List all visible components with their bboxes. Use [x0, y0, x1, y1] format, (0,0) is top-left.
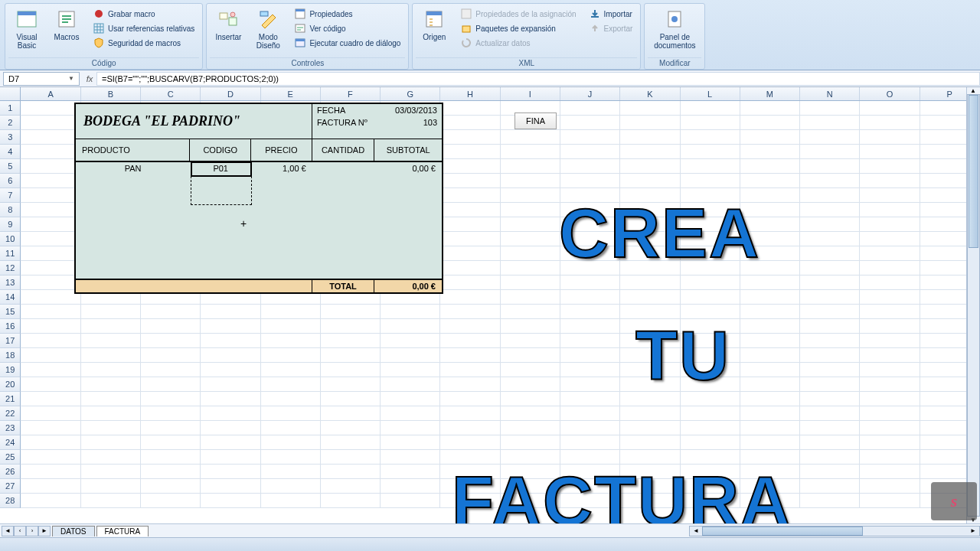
- cell[interactable]: [201, 494, 260, 508]
- cell[interactable]: [501, 334, 560, 348]
- cell[interactable]: [21, 276, 80, 290]
- cell[interactable]: [440, 406, 500, 421]
- cell[interactable]: [141, 305, 201, 319]
- cell[interactable]: [261, 305, 321, 319]
- cell[interactable]: [440, 232, 500, 246]
- cell[interactable]: [860, 319, 920, 334]
- cell[interactable]: [560, 276, 620, 290]
- cell[interactable]: [800, 421, 860, 435]
- cell[interactable]: [860, 392, 920, 406]
- column-header[interactable]: D: [201, 87, 260, 100]
- cell[interactable]: [440, 174, 500, 188]
- cell[interactable]: [21, 406, 80, 421]
- cell[interactable]: [501, 392, 560, 406]
- cell[interactable]: [321, 450, 381, 465]
- xml-asignacion-button[interactable]: Propiedades de la asignación: [457, 7, 579, 21]
- formula-input[interactable]: =SI(B7="";"";BUSCARV(B7;PRODUCTOS;2;0)): [96, 72, 980, 86]
- cell[interactable]: [860, 435, 920, 450]
- cell[interactable]: [860, 290, 920, 305]
- cell[interactable]: [201, 435, 260, 450]
- cell[interactable]: [800, 261, 860, 276]
- tab-nav-next[interactable]: ›: [26, 526, 38, 536]
- cell[interactable]: [860, 246, 920, 261]
- cell[interactable]: [860, 130, 920, 145]
- row-header[interactable]: 27: [0, 479, 21, 494]
- cell[interactable]: [201, 305, 260, 319]
- tab-nav-last[interactable]: ►: [38, 526, 51, 536]
- cell[interactable]: [21, 363, 80, 377]
- panel-documentos-button[interactable]: Panel dedocumentos: [648, 5, 701, 51]
- cell[interactable]: [21, 101, 80, 116]
- cell[interactable]: [860, 406, 920, 421]
- cell[interactable]: [501, 421, 560, 435]
- cell[interactable]: [381, 377, 440, 392]
- cell[interactable]: [860, 334, 920, 348]
- cell[interactable]: [21, 305, 80, 319]
- cell[interactable]: [381, 421, 440, 435]
- name-box-dropdown-icon[interactable]: ▼: [68, 75, 74, 82]
- cell[interactable]: [620, 145, 680, 159]
- cell[interactable]: [501, 246, 560, 261]
- cell[interactable]: [560, 421, 620, 435]
- cell[interactable]: [440, 188, 500, 203]
- row-header[interactable]: 2: [0, 116, 21, 130]
- cell[interactable]: [740, 159, 800, 174]
- cell[interactable]: [21, 421, 80, 435]
- cell[interactable]: [21, 392, 80, 406]
- cell[interactable]: [21, 145, 80, 159]
- cell[interactable]: [21, 465, 80, 479]
- cell[interactable]: [560, 101, 620, 116]
- cell[interactable]: [501, 232, 560, 246]
- xml-exportar-button[interactable]: Exportar: [586, 21, 636, 35]
- line-producto[interactable]: PAN: [76, 162, 190, 174]
- cell[interactable]: [740, 435, 800, 450]
- column-header[interactable]: K: [620, 87, 680, 100]
- cell[interactable]: [81, 334, 141, 348]
- macros-button[interactable]: Macros: [48, 5, 85, 43]
- cell[interactable]: [800, 232, 860, 246]
- cell[interactable]: [440, 290, 500, 305]
- cell[interactable]: [201, 363, 260, 377]
- cell[interactable]: [800, 392, 860, 406]
- cell[interactable]: [321, 479, 381, 494]
- cell[interactable]: [560, 290, 620, 305]
- cell[interactable]: [440, 159, 500, 174]
- cell[interactable]: [201, 421, 260, 435]
- cell[interactable]: [141, 363, 201, 377]
- vertical-scrollbar[interactable]: ▲ ▼: [966, 87, 980, 523]
- cell[interactable]: [681, 159, 740, 174]
- cell[interactable]: [81, 305, 141, 319]
- cell[interactable]: [321, 406, 381, 421]
- cell[interactable]: [261, 348, 321, 363]
- cell[interactable]: [201, 406, 260, 421]
- cell[interactable]: [800, 465, 860, 479]
- sheet-tab-datos[interactable]: DATOS: [52, 526, 95, 536]
- cell[interactable]: [740, 290, 800, 305]
- cell[interactable]: [800, 450, 860, 465]
- row-header[interactable]: 20: [0, 377, 21, 392]
- cell[interactable]: [800, 276, 860, 290]
- cell[interactable]: [81, 479, 141, 494]
- column-header[interactable]: E: [261, 87, 321, 100]
- cell[interactable]: [81, 421, 141, 435]
- cell[interactable]: [800, 406, 860, 421]
- cell[interactable]: [381, 479, 440, 494]
- cell[interactable]: [800, 305, 860, 319]
- cell[interactable]: [501, 217, 560, 232]
- cell[interactable]: [800, 101, 860, 116]
- cell[interactable]: [21, 348, 80, 363]
- cell[interactable]: [381, 450, 440, 465]
- cell[interactable]: [21, 319, 80, 334]
- row-header[interactable]: 14: [0, 290, 21, 305]
- sheet-tab-factura[interactable]: FACTURA: [96, 526, 149, 536]
- row-header[interactable]: 24: [0, 435, 21, 450]
- cell[interactable]: [440, 101, 500, 116]
- cell[interactable]: [560, 145, 620, 159]
- cell[interactable]: [21, 159, 80, 174]
- cell[interactable]: [501, 261, 560, 276]
- cell[interactable]: [81, 465, 141, 479]
- cell[interactable]: [21, 334, 80, 348]
- cell[interactable]: [261, 392, 321, 406]
- cell[interactable]: [81, 435, 141, 450]
- cell[interactable]: [560, 363, 620, 377]
